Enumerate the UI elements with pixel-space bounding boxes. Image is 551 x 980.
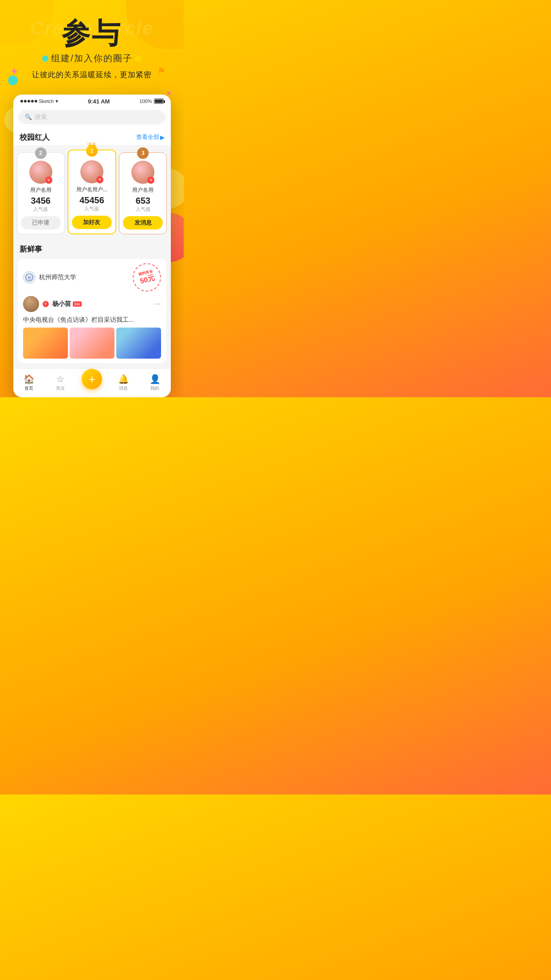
signal-dot-1 (20, 100, 23, 103)
rank-action-btn-1[interactable]: 加好友 (72, 216, 112, 229)
see-all-arrow: ▶ (160, 134, 165, 141)
post-image-1[interactable] (23, 328, 68, 359)
search-bar-container: 🔍 搜索 (13, 107, 171, 128)
fab-button[interactable]: + (82, 369, 102, 389)
rank-name-3: 用户名用 (132, 186, 153, 194)
rankings-section: 2 V 用户名用 3456 人气值 已申请 👑 1 (13, 145, 171, 239)
home-icon: 🏠 (24, 374, 35, 384)
profile-label: 我的 (150, 385, 159, 391)
signal-dot-3 (28, 100, 30, 103)
see-all-button[interactable]: 查看全部 ▶ (136, 133, 165, 141)
avatar-wrapper-2: V (29, 161, 52, 184)
avatar-wrapper-1: V (80, 160, 103, 183)
fresh-news-title: 新鲜事 (18, 244, 166, 259)
search-icon: 🔍 (25, 114, 32, 120)
more-icon[interactable]: ··· (154, 299, 161, 308)
post-user-row: V 杨小苗 M4 ··· (23, 296, 161, 312)
post-content: 中央电视台《焦点访谈》栏目采访我工... (23, 316, 161, 324)
school-name: 杭州师范大学 (39, 273, 76, 281)
rank-score-label-1: 人气值 (84, 205, 99, 212)
avatar-wrapper-3: V (131, 161, 154, 184)
description-text: 让彼此的关系温暖延续，更加紧密 (9, 69, 175, 81)
rank-action-btn-3[interactable]: 发消息 (123, 216, 163, 229)
reward-stamp: 揭料奖金 50元 (129, 260, 164, 294)
home-label: 首页 (24, 385, 33, 391)
rank-score-1: 45456 (79, 195, 104, 205)
battery-percent: 100% (139, 99, 152, 104)
rank-score-label-3: 人气值 (136, 206, 150, 213)
rank-score-2: 3456 (31, 196, 51, 206)
signal-dots (20, 100, 37, 103)
post-image-2[interactable] (70, 328, 114, 359)
message-label: 消息 (119, 385, 128, 391)
school-row: 校 杭州师范大学 揭料奖金 50元 (23, 263, 161, 292)
fresh-news-section: 新鲜事 校 杭州师范大学 揭料奖金 50元 V (13, 239, 171, 369)
subtitle-diamond-icon (134, 54, 143, 63)
hero-section: Create circle 参与 组建/加入你的圈子 让彼此的关系温暖延续，更加… (0, 0, 184, 86)
wifi-icon: ▾ (55, 98, 58, 104)
search-input[interactable]: 🔍 搜索 (19, 110, 165, 124)
signal-dot-2 (24, 100, 27, 103)
fresh-news-card: 校 杭州师范大学 揭料奖金 50元 V 杨小苗 M4 (18, 259, 166, 364)
phone-mockup: Sketch ▾ 9:41 AM 100% 🔍 搜索 校园红人 查看全部 ▶ (13, 95, 171, 398)
rank-card-3: 3 V 用户名用 653 人气值 发消息 (119, 152, 167, 234)
follow-label: 关注 (56, 385, 65, 391)
battery-icon (154, 99, 164, 104)
rank-badge-3: 3 (137, 147, 149, 159)
user-avatar (23, 296, 39, 312)
svg-text:校: 校 (27, 275, 31, 280)
rank-score-label-2: 人气值 (33, 206, 48, 213)
user-verified-badge: V (43, 301, 49, 307)
rank-badge-2: 2 (35, 147, 47, 159)
subtitle-circle-icon (42, 55, 48, 62)
see-all-label: 查看全部 (136, 133, 159, 141)
search-placeholder: 搜索 (35, 113, 47, 121)
post-image-3[interactable] (116, 328, 161, 359)
verified-badge-1: V (96, 176, 103, 183)
post-images (23, 328, 161, 359)
rank-card-2: 2 V 用户名用 3456 人气值 已申请 (17, 152, 65, 234)
subtitle-row: 组建/加入你的圈子 (9, 52, 175, 64)
follow-icon: ☆ (56, 374, 64, 384)
rankings-row: 2 V 用户名用 3456 人气值 已申请 👑 1 (17, 150, 167, 234)
nav-item-profile[interactable]: 👤 我的 (139, 374, 171, 391)
nav-item-message[interactable]: 🔔 消息 (108, 374, 139, 391)
signal-dot-5 (35, 100, 37, 103)
rank-name-1: 用户名用户... (76, 186, 107, 194)
profile-icon: 👤 (150, 374, 161, 384)
battery-fill (155, 99, 163, 103)
user-info: 杨小苗 M4 (52, 300, 151, 308)
user-name: 杨小苗 (52, 300, 71, 308)
signal-dot-4 (31, 100, 34, 103)
status-time: 9:41 AM (88, 98, 110, 105)
fab-icon: + (88, 372, 95, 386)
rank-action-btn-2[interactable]: 已申请 (21, 216, 61, 229)
verified-badge-3: V (147, 177, 154, 184)
rank-badge-1: 1 (86, 145, 98, 157)
rank-card-1: 👑 1 V 用户名用户... 45456 人气值 加好友 (67, 150, 116, 234)
message-icon: 🔔 (118, 374, 129, 384)
main-title: 参与 (9, 18, 175, 49)
carrier-name: Sketch (39, 99, 54, 104)
school-logo: 校 (23, 271, 35, 284)
subtitle-text: 组建/加入你的圈子 (51, 52, 133, 64)
nav-item-follow[interactable]: ☆ 关注 (45, 374, 76, 391)
bottom-nav: 🏠 首页 ☆ 关注 + 🔔 消息 👤 我的 (13, 368, 171, 397)
campus-hot-title: 校园红人 (20, 132, 50, 142)
status-bar: Sketch ▾ 9:41 AM 100% (13, 95, 171, 107)
nav-item-fab[interactable]: + (76, 372, 108, 393)
status-left: Sketch ▾ (20, 98, 59, 104)
status-right: 100% (139, 99, 163, 104)
verified-badge-2: V (45, 177, 52, 184)
rank-score-3: 653 (136, 196, 150, 206)
nav-item-home[interactable]: 🏠 首页 (13, 374, 45, 391)
user-name-row: 杨小苗 M4 (52, 300, 151, 308)
user-tag: M4 (73, 301, 82, 307)
rank-name-2: 用户名用 (30, 186, 51, 194)
